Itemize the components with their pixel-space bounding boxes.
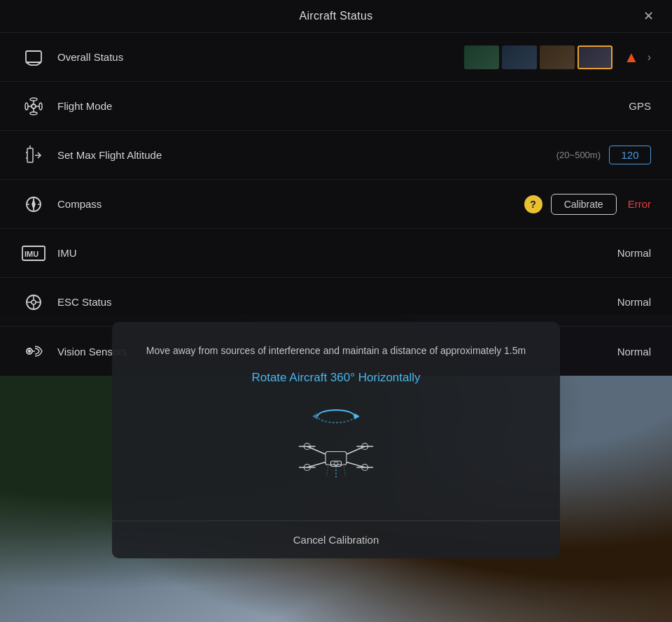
svg-rect-13 xyxy=(27,148,33,162)
altitude-range: (20~500m) xyxy=(556,150,601,160)
calibration-body: Move away from sources of interference a… xyxy=(112,322,560,521)
aircraft-status-panel: Aircraft Status ✕ Overall Status ▲ › xyxy=(0,0,672,376)
help-icon: ? xyxy=(530,199,536,210)
svg-point-6 xyxy=(30,98,37,101)
svg-marker-37 xyxy=(354,414,360,420)
rotation-arrow-icon xyxy=(308,406,364,427)
svg-point-41 xyxy=(334,462,338,466)
calibration-instruction: Move away from sources of interference a… xyxy=(140,343,532,358)
chevron-right-icon[interactable]: › xyxy=(648,51,651,64)
esc-value: Normal xyxy=(617,296,651,308)
svg-rect-39 xyxy=(326,452,346,465)
warning-triangle-icon: ▲ xyxy=(624,48,639,66)
calibration-title: Rotate Aircraft 360° Horizontally xyxy=(140,371,532,385)
svg-point-35 xyxy=(29,351,31,353)
altitude-row: Set Max Flight Altitude (20~500m) xyxy=(0,131,672,180)
compass-help-button[interactable]: ? xyxy=(524,195,542,213)
compass-label: Compass xyxy=(57,198,524,210)
imu-row: IMU IMU Normal xyxy=(0,229,672,278)
imu-value: Normal xyxy=(617,247,651,259)
drone-illustration xyxy=(294,432,378,481)
drone-visual xyxy=(280,402,392,486)
svg-line-55 xyxy=(327,467,328,476)
svg-point-12 xyxy=(39,103,42,110)
esc-label: ESC Status xyxy=(57,296,617,308)
flight-mode-label: Flight Mode xyxy=(57,100,629,112)
altitude-icon xyxy=(21,143,46,168)
esc-icon xyxy=(21,290,46,315)
thumbnail-4 xyxy=(578,45,612,69)
svg-text:IMU: IMU xyxy=(24,250,38,258)
cancel-calibration-button[interactable]: Cancel Calibration xyxy=(112,521,560,558)
compass-status: Error xyxy=(628,198,651,210)
svg-marker-38 xyxy=(312,414,318,420)
close-icon: ✕ xyxy=(643,8,654,24)
calibration-card: Move away from sources of interference a… xyxy=(112,322,560,558)
overall-status-row: Overall Status ▲ › xyxy=(0,33,672,82)
altitude-label: Set Max Flight Altitude xyxy=(57,149,556,161)
esc-status-row: ESC Status Normal xyxy=(0,278,672,327)
imu-label: IMU xyxy=(57,247,617,259)
thumbnail-2 xyxy=(502,45,537,69)
imu-icon: IMU xyxy=(21,241,46,266)
flight-mode-value: GPS xyxy=(629,100,651,112)
overall-status-label: Overall Status xyxy=(57,51,464,63)
thumbnail-3 xyxy=(540,45,575,69)
svg-line-56 xyxy=(344,467,345,476)
altitude-input[interactable] xyxy=(609,146,651,164)
thumbnail-1 xyxy=(464,45,499,69)
flight-mode-icon xyxy=(21,94,46,119)
compass-row: Compass ? Calibrate Error xyxy=(0,180,672,229)
vision-value: Normal xyxy=(617,346,651,358)
close-button[interactable]: ✕ xyxy=(638,6,658,26)
svg-rect-0 xyxy=(26,51,41,62)
thumbnail-strip xyxy=(464,45,612,69)
calibrate-button[interactable]: Calibrate xyxy=(551,194,617,215)
compass-icon xyxy=(21,192,46,217)
panel-title: Aircraft Status xyxy=(300,10,373,22)
title-bar: Aircraft Status ✕ xyxy=(0,0,672,33)
svg-point-10 xyxy=(25,103,28,110)
flight-mode-row: Flight Mode GPS xyxy=(0,82,672,131)
svg-point-29 xyxy=(31,300,36,304)
svg-point-4 xyxy=(31,104,36,108)
overall-status-icon xyxy=(21,45,46,70)
vision-icon xyxy=(21,339,46,364)
svg-point-8 xyxy=(30,112,37,115)
